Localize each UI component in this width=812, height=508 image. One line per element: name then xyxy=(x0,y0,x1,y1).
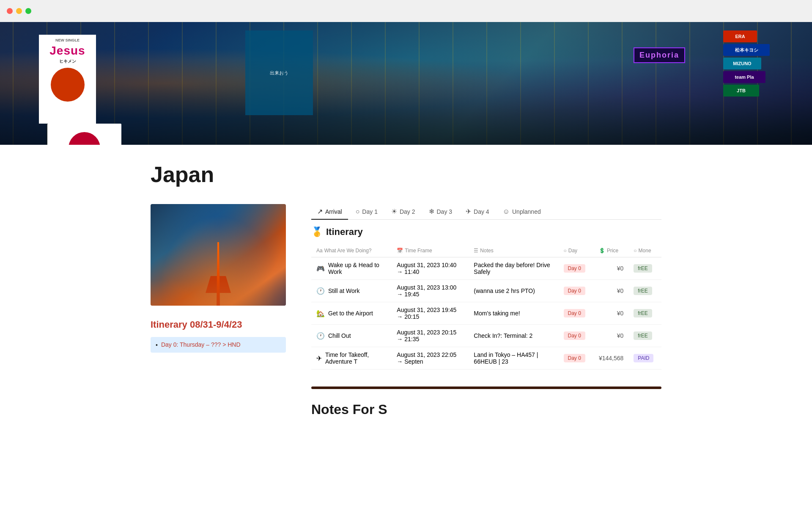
day-badge-2: Day 0 xyxy=(564,309,585,318)
left-sidebar: Itinerary 08/31-9/4/23 • Day 0: Thursday… xyxy=(151,204,286,417)
japan-flag xyxy=(47,124,121,145)
money-cell-3: frEE xyxy=(628,325,661,347)
day-cell-2: Day 0 xyxy=(559,302,594,325)
tab-day2[interactable]: ☀ Day 2 xyxy=(385,204,421,220)
day-label: Day 0: Thursday – ??? > HND xyxy=(161,341,241,348)
neon-sign-1: ERA xyxy=(723,30,757,42)
list-item: • Day 0: Thursday – ??? > HND xyxy=(151,337,286,353)
money-cell-4: PAID xyxy=(628,347,661,370)
price-cell-3: ¥0 xyxy=(594,325,628,347)
notes-cell-4: Land in Tokyo – HA457 | 66HEUB | 23 xyxy=(469,347,558,370)
day-cell-0: Day 0 xyxy=(559,257,594,280)
billboard-subtitle2: ヒキメン xyxy=(59,58,76,64)
price-cell-0: ¥0 xyxy=(594,257,628,280)
titlebar xyxy=(0,0,812,22)
table-row[interactable]: 🕐 Chill Out August 31, 2023 20:15 → 21:3… xyxy=(311,325,661,347)
table-row[interactable]: ✈ Time for Takeoff, Adventure T August 3… xyxy=(311,347,661,370)
tabs-nav: ↗ Arrival ○ Day 1 ☀ Day 2 ❄ Day 3 ✈ Da xyxy=(311,204,661,220)
neon-sign-5: JTB xyxy=(723,85,759,97)
itinerary-table: Aa What Are We Doing? 📅 Time Frame xyxy=(311,244,661,370)
day-badge-1: Day 0 xyxy=(564,287,585,295)
tab-day1-label: Day 1 xyxy=(362,208,378,215)
notes-section-title: Notes For S xyxy=(311,402,661,417)
money-cell-0: frEE xyxy=(628,257,661,280)
page-title: Japan xyxy=(151,162,661,187)
activity-cell-1: 🕐 Still at Work xyxy=(311,280,392,302)
itinerary-header: Itinerary 08/31-9/4/23 xyxy=(151,319,286,330)
tab-unplanned-label: Unplanned xyxy=(512,208,541,215)
timeframe-cell-1: August 31, 2023 13:00 → 19:45 xyxy=(392,280,469,302)
day3-icon: ❄ xyxy=(429,207,434,215)
row-icon-1: 🕐 xyxy=(316,287,325,295)
table-row[interactable]: 🕐 Still at Work August 31, 2023 13:00 → … xyxy=(311,280,661,302)
col-header-price: 💲 Price xyxy=(594,244,628,257)
tab-day4[interactable]: ✈ Day 4 xyxy=(460,204,495,220)
maximize-button[interactable] xyxy=(25,8,31,14)
price-cell-1: ¥0 xyxy=(594,280,628,302)
money-badge-4: PAID xyxy=(634,354,653,362)
activity-name-4: Time for Takeoff, Adventure T xyxy=(325,351,387,365)
day2-icon: ☀ xyxy=(391,207,397,215)
tab-arrival[interactable]: ↗ Arrival xyxy=(311,204,348,220)
bullet-icon: • xyxy=(156,342,158,348)
activity-cell-4: ✈ Time for Takeoff, Adventure T xyxy=(311,347,392,370)
day-cell-1: Day 0 xyxy=(559,280,594,302)
neon-signs-panel: ERA 松本キヨシ MIZUNO team Pla JTB xyxy=(723,30,770,97)
itinerary-section: ↗ Arrival ○ Day 1 ☀ Day 2 ❄ Day 3 ✈ Da xyxy=(311,204,661,417)
timeframe-col-icon: 📅 xyxy=(397,248,403,254)
price-col-icon: 💲 xyxy=(599,248,605,254)
col-header-timeframe: 📅 Time Frame xyxy=(392,244,469,257)
table-header-row: Aa What Are We Doing? 📅 Time Frame xyxy=(311,244,661,257)
timeframe-cell-4: August 31, 2023 22:05 → Septen xyxy=(392,347,469,370)
money-col-icon: ○ xyxy=(634,248,636,254)
money-cell-2: frEE xyxy=(628,302,661,325)
tab-day4-label: Day 4 xyxy=(474,208,489,215)
itinerary-label: Itinerary 08/31-9/4/23 xyxy=(151,319,242,330)
timeframe-cell-0: August 31, 2023 10:40 → 11:40 xyxy=(392,257,469,280)
activity-name-3: Chill Out xyxy=(328,332,351,339)
activity-cell-3: 🕐 Chill Out xyxy=(311,325,392,347)
notes-cell-3: Check In?: Terminal: 2 xyxy=(469,325,558,347)
money-badge-2: frEE xyxy=(634,309,652,318)
price-cell-2: ¥0 xyxy=(594,302,628,325)
row-icon-4: ✈ xyxy=(316,354,322,362)
table-row[interactable]: 🎮 Wake up & Head to Work August 31, 2023… xyxy=(311,257,661,280)
table-row[interactable]: 🏡 Get to the Airport August 31, 2023 19:… xyxy=(311,302,661,325)
arrival-icon: ↗ xyxy=(317,207,323,215)
euphoria-sign: Euphoria xyxy=(634,47,685,63)
day-badge-4: Day 0 xyxy=(564,354,585,362)
tab-day3[interactable]: ❄ Day 3 xyxy=(423,204,458,220)
col-header-day: ○ Day xyxy=(559,244,594,257)
tab-day1[interactable]: ○ Day 1 xyxy=(350,204,384,220)
notes-cell-1: (wanna use 2 hrs PTO) xyxy=(469,280,558,302)
day-cell-3: Day 0 xyxy=(559,325,594,347)
timeframe-cell-2: August 31, 2023 19:45 → 20:15 xyxy=(392,302,469,325)
day-badge-3: Day 0 xyxy=(564,331,585,340)
money-cell-1: frEE xyxy=(628,280,661,302)
itinerary-days-list: • Day 0: Thursday – ??? > HND xyxy=(151,337,286,353)
trophy-icon: 🥇 xyxy=(311,226,323,237)
activity-col-icon: Aa xyxy=(316,248,323,254)
col-header-notes: ☰ Notes xyxy=(469,244,558,257)
col-header-activity: Aa What Are We Doing? xyxy=(311,244,392,257)
price-cell-4: ¥144,568 xyxy=(594,347,628,370)
main-content: Japan Itinerary 08/31-9/4/23 • xyxy=(110,145,702,434)
notes-col-icon: ☰ xyxy=(474,248,478,254)
row-icon-0: 🎮 xyxy=(316,265,325,273)
minimize-button[interactable] xyxy=(16,8,22,14)
billboard-subtitle: NEW SINGLE xyxy=(55,38,80,42)
hero-banner: NEW SINGLE Jesus ヒキメン Euphoria ERA 松本キヨシ… xyxy=(0,22,812,145)
tab-day2-label: Day 2 xyxy=(400,208,415,215)
activity-cell-0: 🎮 Wake up & Head to Work xyxy=(311,257,392,280)
sidebar-image xyxy=(151,204,286,306)
content-layout: Itinerary 08/31-9/4/23 • Day 0: Thursday… xyxy=(151,204,661,417)
day-col-icon: ○ xyxy=(564,248,567,254)
flag-circle xyxy=(69,132,100,145)
money-badge-3: frEE xyxy=(634,331,652,340)
close-button[interactable] xyxy=(7,8,13,14)
row-icon-3: 🕐 xyxy=(316,332,325,340)
billboard-main-text: Jesus xyxy=(49,44,85,58)
notes-cell-0: Packed the day before! Drive Safely xyxy=(469,257,558,280)
money-badge-1: frEE xyxy=(634,287,652,295)
tab-unplanned[interactable]: ☺ Unplanned xyxy=(497,204,547,220)
